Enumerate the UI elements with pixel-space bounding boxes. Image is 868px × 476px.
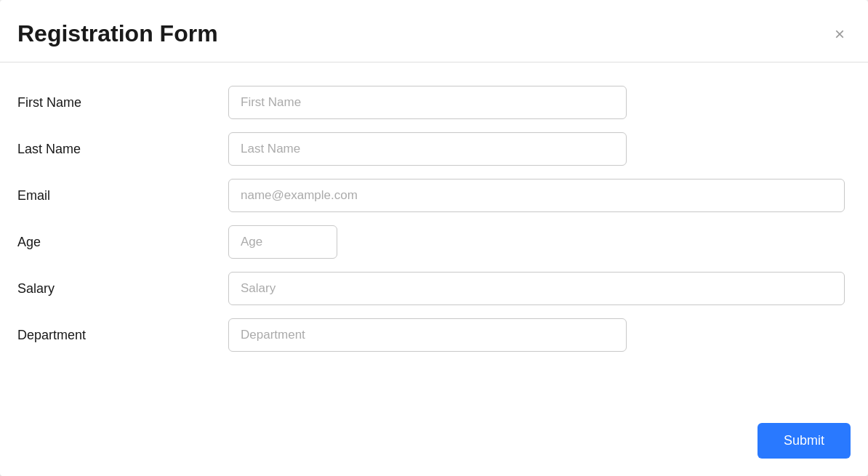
age-row: Age	[17, 225, 851, 259]
first-name-row: First Name	[17, 86, 851, 119]
email-row: Email	[17, 179, 851, 212]
department-input[interactable]	[228, 318, 627, 352]
modal-body: First Name Last Name Email Age Salary De…	[0, 62, 868, 382]
submit-button[interactable]: Submit	[758, 423, 851, 459]
close-button[interactable]: ×	[829, 23, 851, 46]
modal-header: Registration Form ×	[0, 0, 868, 62]
modal-title: Registration Form	[17, 20, 218, 47]
first-name-label: First Name	[17, 95, 228, 110]
first-name-input[interactable]	[228, 86, 627, 119]
salary-input[interactable]	[228, 272, 845, 305]
department-row: Department	[17, 318, 851, 352]
registration-modal: Registration Form × First Name Last Name…	[0, 0, 868, 476]
modal-footer: Submit	[758, 423, 851, 459]
salary-row: Salary	[17, 272, 851, 305]
age-label: Age	[17, 235, 228, 250]
last-name-label: Last Name	[17, 142, 228, 157]
last-name-row: Last Name	[17, 132, 851, 166]
department-label: Department	[17, 328, 228, 343]
last-name-input[interactable]	[228, 132, 627, 166]
email-input[interactable]	[228, 179, 845, 212]
salary-label: Salary	[17, 281, 228, 297]
age-input[interactable]	[228, 225, 337, 259]
email-label: Email	[17, 188, 228, 203]
